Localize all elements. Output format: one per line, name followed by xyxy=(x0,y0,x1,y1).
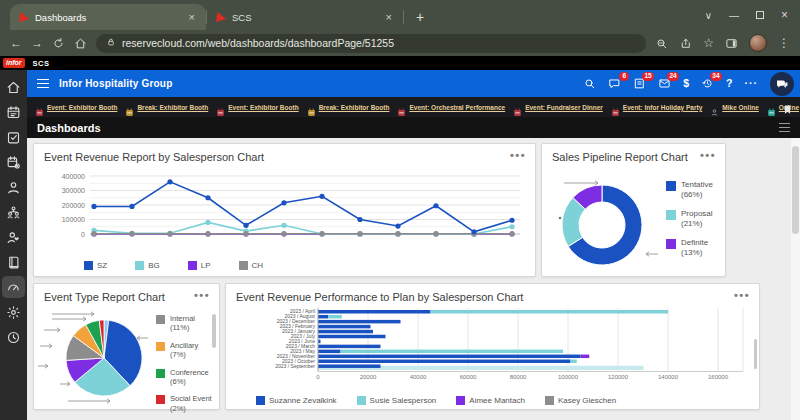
back-icon[interactable]: ← xyxy=(10,37,22,49)
legend-item[interactable]: Proposal(21%) xyxy=(666,209,713,229)
legend-item[interactable]: Conference (6%) xyxy=(156,368,212,387)
browser-menu-icon[interactable]: ⋮ xyxy=(778,36,790,50)
window-maximize-icon[interactable] xyxy=(756,11,764,19)
history-icon[interactable]: 34 xyxy=(701,77,714,90)
panel-sales-pipeline: Sales Pipeline Report Chart ••• Tentativ… xyxy=(541,143,726,277)
share-icon[interactable] xyxy=(679,37,692,50)
svg-text:200000: 200000 xyxy=(62,202,85,209)
screen: Dashboards × SCS × + ∨ — × ← → reservecl… xyxy=(0,0,800,420)
panel-menu-icon[interactable]: ••• xyxy=(734,291,750,300)
ticker-link[interactable]: Event: Exhibitor Booth xyxy=(35,103,117,112)
bookings-icon[interactable] xyxy=(2,251,25,273)
dashboards-icon[interactable] xyxy=(2,276,25,298)
person-icon xyxy=(710,103,719,112)
page-titlebar: Dashboards xyxy=(27,117,800,138)
browser-profile-avatar[interactable] xyxy=(749,34,767,52)
dashboard-content: Event Revenue Report by Salesperson Char… xyxy=(27,138,800,420)
page-scrollbar-thumb[interactable] xyxy=(792,146,799,234)
contacts-icon[interactable] xyxy=(2,176,25,198)
legend-item[interactable]: Definite(13%) xyxy=(666,238,713,258)
legend-item[interactable]: Internal (11%) xyxy=(156,314,212,333)
url-text: reservecloud.com/web/dashboards/dashboar… xyxy=(122,37,394,49)
page-menu-icon[interactable] xyxy=(779,123,790,133)
mail-icon[interactable]: 24 xyxy=(658,77,671,90)
ticker-link[interactable]: Mike Online xyxy=(710,103,758,112)
forward-icon[interactable]: → xyxy=(31,37,43,49)
legend-item[interactable]: Suzanne Zevalkink xyxy=(256,396,337,405)
svg-text:300000: 300000 xyxy=(62,187,85,194)
legend-item[interactable]: Social Event (2%) xyxy=(156,394,212,413)
notes-icon[interactable]: 15 xyxy=(633,77,646,90)
legend-item[interactable]: CH xyxy=(239,261,264,270)
reload-icon[interactable] xyxy=(52,37,65,50)
side-panel-icon[interactable] xyxy=(725,37,738,50)
panel-menu-icon[interactable]: ••• xyxy=(700,151,716,160)
menu-icon[interactable] xyxy=(37,79,49,89)
app-header: Infor Hospitality Group 61524$34?··· xyxy=(27,70,800,97)
legend-item[interactable]: LP xyxy=(188,261,211,270)
panel-revenue-to-plan: Event Revenue Performance to Plan by Sal… xyxy=(225,283,760,410)
browser-tab-scs[interactable]: SCS × xyxy=(207,4,403,30)
svg-text:0: 0 xyxy=(81,231,85,238)
window-menu-icon[interactable]: ∨ xyxy=(705,10,712,21)
bookmark-star-icon[interactable]: ☆ xyxy=(703,36,714,50)
ticker-link[interactable]: Break: Exhibitor Booth xyxy=(307,103,390,112)
legend-item[interactable]: SZ xyxy=(84,261,107,270)
browser-tab-dashboards[interactable]: Dashboards × xyxy=(10,4,206,30)
legend-item[interactable]: Aimee Mantach xyxy=(456,396,525,405)
chat-bubble-button[interactable] xyxy=(770,72,794,96)
more-icon[interactable]: ··· xyxy=(745,78,759,89)
legend-item[interactable]: Susie Salesperson xyxy=(357,396,437,405)
window-minimize-icon[interactable]: — xyxy=(729,10,739,21)
org-icon[interactable] xyxy=(2,201,25,223)
chat-icon[interactable]: 6 xyxy=(608,77,621,90)
tab-divider xyxy=(403,10,404,24)
donut-chart[interactable] xyxy=(542,170,664,275)
billing-icon[interactable]: $ xyxy=(683,78,689,89)
calendar-settings-icon[interactable] xyxy=(2,151,25,173)
calendar-icon[interactable] xyxy=(2,101,25,123)
line-chart[interactable]: 0100000200000300000400000 xyxy=(38,168,533,254)
bar-chart[interactable]: 0200004000060000800001000001200001400001… xyxy=(230,306,757,388)
help-icon[interactable]: ? xyxy=(726,78,732,89)
settings-icon[interactable] xyxy=(2,301,25,323)
zoom-icon[interactable] xyxy=(655,37,668,50)
svg-text:40000: 40000 xyxy=(410,374,427,380)
svg-text:400000: 400000 xyxy=(62,173,85,180)
ticker-link[interactable]: Event: Infor Holiday Party xyxy=(611,103,702,112)
tasks-icon[interactable] xyxy=(2,126,25,148)
ticker-link[interactable]: Event: Orchestral Performance xyxy=(397,103,505,112)
bookmark-icon[interactable] xyxy=(782,101,793,112)
panel-menu-icon[interactable]: ••• xyxy=(510,151,526,160)
home-icon[interactable] xyxy=(2,76,25,98)
tab-close-icon[interactable]: × xyxy=(384,11,394,23)
browser-home-icon[interactable] xyxy=(74,37,87,50)
search-icon[interactable] xyxy=(583,77,596,90)
svg-text:100000: 100000 xyxy=(62,216,85,223)
ticker-link[interactable]: Break: Exhibitor Booth xyxy=(125,103,208,112)
panel-scrollbar[interactable] xyxy=(754,339,757,369)
event-icon xyxy=(513,103,522,112)
customer-care-icon[interactable] xyxy=(2,226,25,248)
tab-close-icon[interactable]: × xyxy=(187,11,197,23)
panel-menu-icon[interactable]: ••• xyxy=(194,291,210,300)
svg-text:2023 / September: 2023 / September xyxy=(275,363,315,369)
recent-icon[interactable] xyxy=(2,326,25,348)
pie-chart[interactable] xyxy=(34,308,154,408)
infor-logo: infor xyxy=(3,58,25,68)
new-tab-button[interactable]: + xyxy=(416,9,424,25)
svg-text:60000: 60000 xyxy=(460,374,477,380)
window-close-icon[interactable]: × xyxy=(781,8,788,22)
line-chart-legend: SZBGLPCH xyxy=(84,261,263,270)
legend-item[interactable]: BG xyxy=(135,261,160,270)
legend-item[interactable]: Ancillary (7%) xyxy=(156,341,212,360)
legend-item[interactable]: Tentative(66%) xyxy=(666,180,713,200)
legend-scrollbar[interactable] xyxy=(212,314,216,348)
svg-text:20000: 20000 xyxy=(360,374,377,380)
ticker-link[interactable]: Event: Fundraiser Dinner xyxy=(513,103,603,112)
donut-chart-legend: Tentative(66%)Proposal(21%)Definite(13%) xyxy=(666,180,713,258)
ticker-link[interactable]: Event: Exhibitor Booth xyxy=(216,103,298,112)
page-scrollbar[interactable] xyxy=(791,138,800,420)
legend-item[interactable]: Kasey Gieschen xyxy=(545,396,616,405)
url-bar[interactable]: reservecloud.com/web/dashboards/dashboar… xyxy=(96,34,646,53)
